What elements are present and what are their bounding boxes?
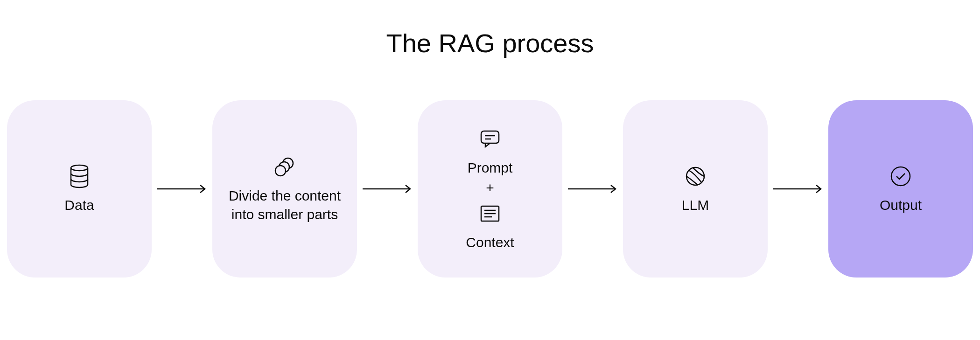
step-data: Data <box>7 100 152 278</box>
document-icon <box>480 201 500 227</box>
step-output: Output <box>828 100 973 278</box>
arrow-icon <box>357 183 418 194</box>
diagram-title: The RAG process <box>386 28 594 58</box>
svg-point-0 <box>71 165 88 171</box>
arrow-icon <box>152 183 212 194</box>
step-llm: LLM <box>623 100 768 278</box>
arrow-icon <box>562 183 623 194</box>
step-divide-label: Divide the content into smaller parts <box>226 187 343 224</box>
svg-rect-6 <box>481 131 499 143</box>
step-context-label: Context <box>466 233 514 252</box>
plus-label: + <box>486 180 494 196</box>
globe-icon <box>685 163 706 189</box>
step-divide: Divide the content into smaller parts <box>212 100 357 278</box>
svg-point-16 <box>891 167 910 186</box>
step-output-label: Output <box>880 196 922 215</box>
step-llm-label: LLM <box>682 196 709 215</box>
step-prompt-context: Prompt + Context <box>418 100 562 278</box>
coins-icon <box>272 154 297 180</box>
arrow-icon <box>768 183 828 194</box>
flow-row: Data Divide the content into smaller par… <box>7 100 973 278</box>
step-prompt-label: Prompt <box>468 159 513 178</box>
database-icon <box>70 163 89 189</box>
speech-bubble-icon <box>480 126 500 152</box>
svg-point-4 <box>275 166 286 176</box>
step-data-label: Data <box>64 196 94 215</box>
check-circle-icon <box>890 163 911 189</box>
